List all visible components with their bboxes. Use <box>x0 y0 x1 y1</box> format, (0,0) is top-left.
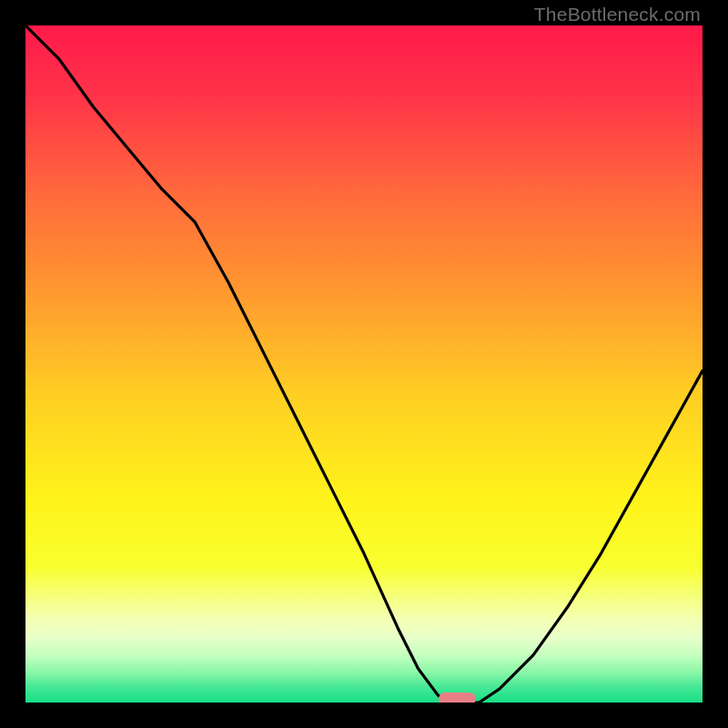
optimal-marker <box>439 693 476 703</box>
chart-frame: TheBottleneck.com <box>0 0 728 728</box>
watermark-text: TheBottleneck.com <box>534 4 701 25</box>
plot-area <box>25 25 703 703</box>
bottleneck-curve <box>25 25 703 703</box>
